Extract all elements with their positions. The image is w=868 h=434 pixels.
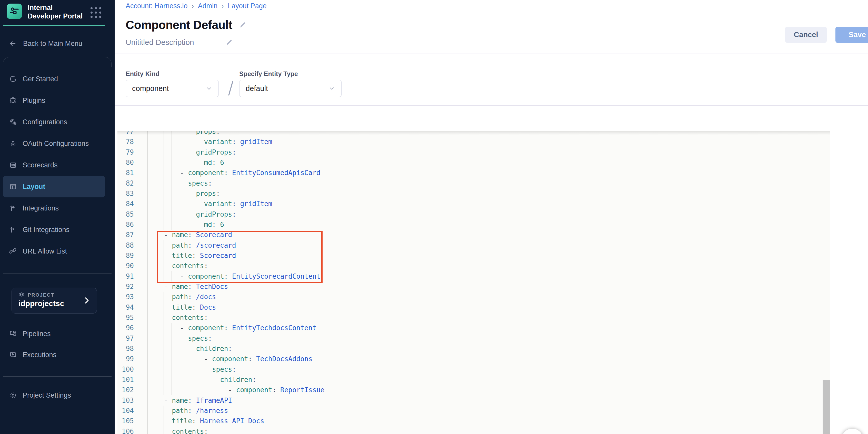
line-number: 101 (118, 374, 134, 385)
line-number: 100 (118, 364, 134, 374)
sidebar-item-label: Git Integrations (23, 226, 69, 234)
editor-scrollbar-thumb[interactable] (823, 380, 830, 434)
line-number: 90 (118, 261, 134, 271)
yaml-editor[interactable]: 77props:78variant: gridItem79gridProps:8… (118, 131, 830, 434)
code-line: 95contents: (118, 312, 324, 323)
sidebar-item-project-settings[interactable]: Project Settings (3, 384, 112, 406)
layers-icon (19, 292, 25, 298)
line-number: 104 (118, 406, 134, 416)
line-number: 91 (118, 271, 134, 281)
entity-kind-value: component (132, 84, 206, 93)
line-number: 99 (118, 354, 134, 364)
cancel-button[interactable]: Cancel (785, 27, 827, 43)
line-number: 79 (118, 147, 134, 157)
sidebar-item-label: URL Allow List (23, 247, 67, 255)
code-line: 93path: /docs (118, 292, 324, 302)
line-number: 98 (118, 343, 134, 354)
entity-kind-label: Entity Kind (126, 70, 159, 78)
idp-logo-icon (7, 4, 22, 19)
sidebar-item-label: OAuth Configurations (23, 140, 89, 148)
apps-grid-icon[interactable] (91, 7, 102, 19)
line-number: 80 (118, 157, 134, 168)
executions-icon (9, 351, 17, 359)
code-line: 77props: (118, 131, 324, 136)
sidebar-item-label: Configurations (23, 118, 67, 126)
line-number: 92 (118, 281, 134, 292)
layout-icon (9, 183, 17, 190)
oauth-icon (9, 140, 17, 147)
project-selector[interactable]: PROJECT idpprojectsc (11, 288, 97, 313)
line-number: 78 (118, 136, 134, 147)
sidebar-item-scorecards[interactable]: Scorecards (3, 154, 105, 176)
sidebar-item-integrations[interactable]: Integrations (3, 197, 105, 219)
back-to-main-menu-button[interactable]: Back to Main Menu (9, 37, 82, 50)
code-line: 78variant: gridItem (118, 136, 324, 147)
sidebar-item-git-integrations[interactable]: Git Integrations (3, 219, 105, 241)
entity-type-select[interactable]: default (239, 80, 342, 97)
configurations-icon (9, 118, 17, 126)
header-divider (115, 54, 868, 54)
sidebar-item-get-started[interactable]: Get Started (3, 68, 105, 90)
edit-description-pencil-icon[interactable] (225, 38, 233, 46)
code-line: 90contents: (118, 261, 324, 271)
page-title: Component Default (126, 18, 232, 32)
project-name: idpprojectsc (19, 299, 64, 308)
chevron-down-icon (329, 85, 335, 92)
pipelines-icon (9, 330, 17, 338)
line-number: 94 (118, 302, 134, 312)
edit-title-pencil-icon[interactable] (239, 21, 247, 29)
entity-type-value: default (246, 84, 329, 93)
line-number: 95 (118, 312, 134, 323)
line-number: 89 (118, 250, 134, 261)
sidebar-item-label: Plugins (23, 97, 45, 104)
entity-kind-select[interactable]: component (126, 80, 219, 97)
code-line: 101children: (118, 374, 324, 385)
sidebar-item-configurations[interactable]: Configurations (3, 111, 105, 133)
brand: Internal Developer Portal (7, 4, 87, 21)
sidebar-item-oauth-configurations[interactable]: OAuth Configurations (3, 133, 105, 154)
breadcrumb-link[interactable]: Admin (198, 2, 218, 10)
line-number: 97 (118, 333, 134, 343)
code-line: 100specs: (118, 364, 324, 374)
line-number: 93 (118, 292, 134, 302)
sidebar-item-plugins[interactable]: Plugins (3, 90, 105, 111)
sidebar-item-label: Scorecards (23, 161, 58, 169)
entity-type-label: Specify Entity Type (239, 70, 298, 78)
get-started-icon (9, 75, 17, 83)
code-line: 104path: /harness (118, 406, 324, 416)
breadcrumb-separator: › (222, 3, 224, 10)
code-line: 92- name: TechDocs (118, 281, 324, 292)
sidebar-item-label: Layout (23, 183, 45, 191)
slash-divider (228, 81, 234, 96)
sidebar: Internal Developer Portal Back to Main M… (0, 0, 115, 434)
url-allow-list-icon (9, 247, 17, 255)
code-line: 86md: 6 (118, 219, 324, 230)
code-line: 82specs: (118, 178, 324, 188)
code-line: 79gridProps: (118, 147, 324, 157)
code-line: 81- component: EntityConsumedApisCard (118, 168, 324, 178)
code-lines: 77props:78variant: gridItem79gridProps:8… (118, 131, 324, 434)
accent-divider (3, 25, 105, 26)
save-button[interactable]: Save (835, 27, 868, 43)
code-line: 89title: Scorecard (118, 250, 324, 261)
chevron-down-icon (206, 85, 212, 92)
line-number: 87 (118, 230, 134, 240)
sidebar-nav: Get StartedPluginsConfigurationsOAuth Co… (3, 57, 112, 262)
line-number: 82 (118, 178, 134, 188)
sidebar-item-layout[interactable]: Layout (3, 176, 105, 197)
sidebar-item-executions[interactable]: Executions (3, 344, 112, 366)
breadcrumb-link[interactable]: Layout Page (228, 2, 267, 10)
code-line: 88path: /scorecard (118, 240, 324, 250)
scorecards-icon (9, 161, 17, 169)
sidebar-item-url-allow-list[interactable]: URL Allow List (3, 241, 105, 262)
breadcrumb-link[interactable]: Account: Harness.io (126, 2, 188, 10)
project-label: PROJECT (28, 292, 54, 298)
sidebar-item-label: Get Started (23, 75, 58, 83)
help-fab-button[interactable] (842, 429, 863, 434)
code-line: 97specs: (118, 333, 324, 343)
sidebar-item-pipelines[interactable]: Pipelines (3, 323, 112, 344)
sidebar-item-label: Executions (23, 351, 56, 359)
line-number: 88 (118, 240, 134, 250)
page-description: Unititled Description (126, 38, 194, 46)
code-line: 83props: (118, 188, 324, 199)
